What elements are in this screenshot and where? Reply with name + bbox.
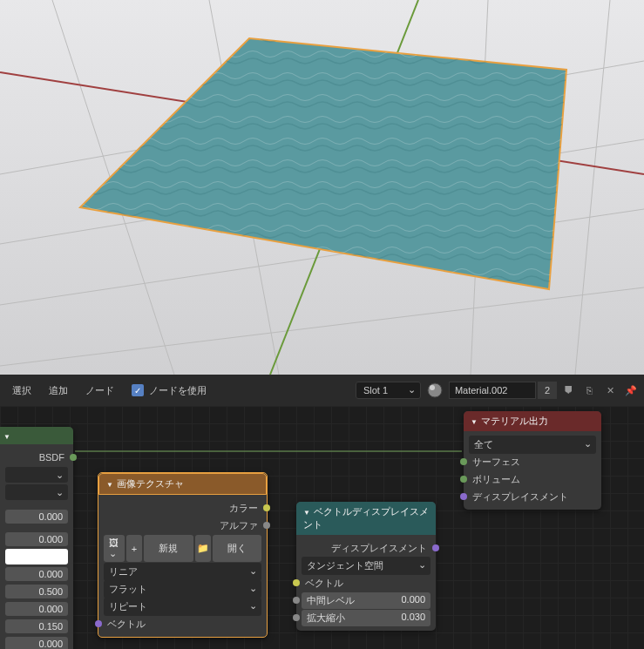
socket-displacement: ディスプレイスメント [469, 490, 568, 504]
use-nodes-label: ノードを使用 [149, 384, 207, 397]
socket-alpha: アルファ [220, 519, 261, 532]
color-field[interactable] [5, 549, 68, 564]
svg-point-13 [430, 385, 435, 390]
node-bsdf[interactable]: BSDF 0.000 0.000 0.000 0.500 0.000 0.150… [0, 427, 73, 649]
dropdown[interactable] [5, 484, 68, 500]
node-header[interactable]: マテリアル出力 [464, 411, 601, 431]
folder-icon[interactable]: 📁 [195, 535, 211, 562]
pin-icon[interactable]: 📌 [622, 382, 640, 399]
node-editor[interactable]: BSDF 0.000 0.000 0.000 0.500 0.000 0.150… [0, 406, 644, 649]
image-browse-icon[interactable]: 🖼⌄ [104, 535, 125, 562]
viewport-3d[interactable] [0, 0, 644, 375]
projection-select[interactable]: フラット [104, 580, 261, 598]
socket-color: カラー [229, 502, 261, 515]
socket-displacement-out: ディスプレイスメント [331, 542, 430, 555]
node-header[interactable]: ベクトルディスプレイスメント [296, 502, 436, 535]
node-header [0, 427, 73, 444]
material-preview-icon[interactable] [426, 382, 444, 399]
use-nodes-checkbox[interactable]: ✓ [132, 384, 144, 396]
socket-volume: ボリューム [469, 473, 520, 486]
value-field[interactable]: 0.000 [5, 510, 68, 524]
users-count[interactable]: 2 [538, 382, 557, 399]
node-image-texture[interactable]: 画像テクスチャ カラー アルファ 🖼⌄ + 新規 📁 開く リニア フラット リ… [98, 472, 268, 638]
new-image-icon[interactable]: + [126, 535, 142, 562]
menu-select[interactable]: 選択 [3, 381, 40, 401]
value-field[interactable]: 0.000 [5, 602, 68, 616]
socket-vector-in: ベクトル [302, 577, 343, 590]
value-field[interactable]: 0.500 [5, 585, 68, 598]
extension-select[interactable]: リピート [104, 598, 261, 616]
svg-line-7 [575, 0, 610, 375]
node-header[interactable]: 画像テクスチャ [98, 473, 267, 495]
node-material-output[interactable]: マテリアル出力 全て サーフェス ボリューム ディスプレイスメント [464, 411, 601, 510]
target-select[interactable]: 全て [469, 436, 596, 454]
space-select[interactable]: タンジェント空間 [302, 557, 430, 575]
node-vector-displacement[interactable]: ベクトルディスプレイスメント ディスプレイスメント タンジェント空間 ベクトル … [296, 502, 436, 631]
dropdown[interactable] [5, 467, 68, 483]
node-editor-header: 選択 追加 ノード ✓ ノードを使用 Slot 1 Material.002 2… [0, 375, 644, 406]
svg-point-12 [428, 383, 442, 397]
value-field[interactable]: 0.000 [5, 567, 68, 581]
value-field[interactable]: 0.000 [5, 532, 68, 546]
material-name-field[interactable]: Material.002 [449, 382, 536, 399]
menu-node[interactable]: ノード [77, 381, 123, 401]
svg-marker-11 [80, 38, 566, 289]
socket-bsdf-out: BSDF [39, 452, 68, 463]
socket-surface: サーフェス [469, 456, 520, 469]
socket-vector-in: ベクトル [104, 618, 146, 631]
menu-add[interactable]: 追加 [40, 381, 77, 401]
scale-field[interactable]: 拡大縮小0.030 [302, 610, 430, 626]
interpolation-select[interactable]: リニア [104, 563, 261, 581]
midlevel-field[interactable]: 中間レベル0.000 [302, 592, 430, 609]
slot-selector[interactable]: Slot 1 [356, 382, 421, 399]
shield-icon[interactable]: ⛊ [559, 382, 577, 399]
svg-line-3 [0, 287, 644, 366]
open-button[interactable]: 開く [213, 535, 262, 562]
duplicate-icon[interactable]: ⎘ [580, 382, 598, 399]
new-button[interactable]: 新規 [144, 535, 193, 562]
value-field[interactable]: 0.150 [5, 619, 68, 633]
value-field[interactable]: 0.000 [5, 637, 68, 649]
unlink-icon[interactable]: ✕ [601, 382, 619, 399]
